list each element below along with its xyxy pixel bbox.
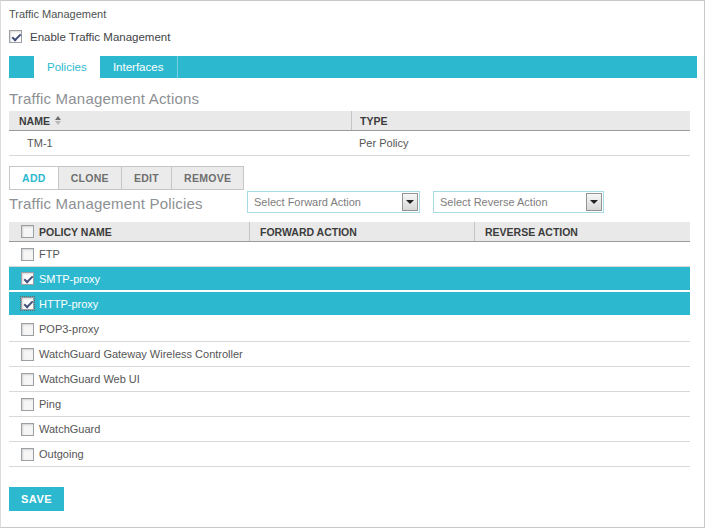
policy-reverse-action	[474, 317, 690, 341]
policy-reverse-action	[474, 417, 690, 441]
tab-bar: Policies Interfaces	[9, 56, 697, 78]
save-button[interactable]: SAVE	[9, 487, 64, 511]
actions-section-heading: Traffic Management Actions	[9, 90, 704, 107]
tab-interfaces[interactable]: Interfaces	[100, 56, 177, 78]
policy-reverse-action	[474, 267, 690, 290]
policy-name: HTTP-proxy	[39, 292, 249, 315]
policy-name: WatchGuard	[39, 417, 249, 441]
actions-header-name-label: NAME	[19, 115, 50, 127]
enable-traffic-management-checkbox[interactable]	[9, 30, 22, 43]
sort-ascending-icon	[55, 116, 61, 125]
policy-name: POP3-proxy	[39, 317, 249, 341]
forward-action-select-value: Select Forward Action	[248, 196, 402, 208]
policy-forward-action	[249, 417, 474, 441]
policy-row-ftp[interactable]: FTP	[9, 242, 690, 267]
chevron-down-icon	[406, 200, 414, 204]
policies-section-header-row: Traffic Management Policies Select Forwa…	[9, 191, 690, 215]
policy-row-watchguard[interactable]: WatchGuard	[9, 417, 690, 442]
policy-row-smtp-proxy[interactable]: SMTP-proxy	[9, 267, 690, 292]
row-checkbox[interactable]	[21, 248, 34, 261]
tab-policies[interactable]: Policies	[34, 56, 100, 82]
policy-name: Outgoing	[39, 442, 249, 466]
policy-reverse-action	[474, 367, 690, 391]
policies-table-header: POLICY NAME FORWARD ACTION REVERSE ACTIO…	[9, 222, 690, 242]
policy-reverse-action	[474, 242, 690, 266]
row-checkbox[interactable]	[21, 373, 34, 386]
policy-reverse-action	[474, 292, 690, 315]
reverse-action-dropdown-button[interactable]	[586, 193, 602, 211]
policies-header-reverse[interactable]: REVERSE ACTION	[474, 222, 690, 241]
reverse-action-select-value: Select Reverse Action	[434, 196, 586, 208]
row-checkbox[interactable]	[21, 297, 34, 310]
traffic-management-page: Traffic Management Enable Traffic Manage…	[0, 0, 705, 528]
select-all-cell	[9, 222, 39, 241]
actions-table: NAME TYPE TM-1 Per Policy	[9, 111, 690, 156]
policy-row-pop3-proxy[interactable]: POP3-proxy	[9, 317, 690, 342]
policy-row-wg-web-ui[interactable]: WatchGuard Web UI	[9, 367, 690, 392]
policy-forward-action	[249, 292, 474, 315]
policy-reverse-action	[474, 442, 690, 466]
policies-header-name[interactable]: POLICY NAME	[39, 222, 249, 241]
enable-traffic-management-row: Enable Traffic Management	[9, 30, 704, 43]
reverse-action-select[interactable]: Select Reverse Action	[433, 191, 604, 213]
policy-forward-action	[249, 442, 474, 466]
actions-header-name[interactable]: NAME	[9, 115, 351, 127]
policy-name: WatchGuard Web UI	[39, 367, 249, 391]
policy-reverse-action	[474, 342, 690, 366]
remove-button[interactable]: REMOVE	[171, 167, 243, 189]
policies-header-forward-label: FORWARD ACTION	[260, 226, 357, 238]
policy-forward-action	[249, 392, 474, 416]
forward-action-dropdown-button[interactable]	[402, 193, 418, 211]
forward-action-select[interactable]: Select Forward Action	[247, 191, 420, 213]
actions-header-type[interactable]: TYPE	[351, 111, 690, 130]
policy-row-wg-gateway-wireless-controller[interactable]: WatchGuard Gateway Wireless Controller	[9, 342, 690, 367]
policies-header-forward[interactable]: FORWARD ACTION	[249, 222, 474, 241]
policy-name: WatchGuard Gateway Wireless Controller	[39, 342, 249, 366]
policies-table: POLICY NAME FORWARD ACTION REVERSE ACTIO…	[9, 222, 690, 467]
policy-forward-action	[249, 367, 474, 391]
action-type-cell: Per Policy	[351, 131, 690, 155]
policy-name: SMTP-proxy	[39, 267, 249, 290]
tab-divider	[177, 56, 178, 78]
policy-name: FTP	[39, 242, 249, 266]
policies-header-reverse-label: REVERSE ACTION	[485, 226, 578, 238]
policy-row-outgoing[interactable]: Outgoing	[9, 442, 690, 467]
row-checkbox[interactable]	[21, 423, 34, 436]
action-name-cell: TM-1	[9, 137, 351, 149]
policy-reverse-action	[474, 392, 690, 416]
actions-table-header: NAME TYPE	[9, 111, 690, 131]
policy-forward-action	[249, 267, 474, 290]
page-title: Traffic Management	[9, 8, 704, 20]
row-checkbox[interactable]	[21, 323, 34, 336]
policy-name: Ping	[39, 392, 249, 416]
policy-row-http-proxy[interactable]: HTTP-proxy	[9, 292, 690, 317]
tab-bar-lead-spacer	[9, 56, 34, 78]
policy-forward-action	[249, 317, 474, 341]
row-checkbox[interactable]	[21, 448, 34, 461]
select-all-checkbox[interactable]	[21, 225, 34, 238]
policies-header-name-label: POLICY NAME	[39, 226, 112, 238]
policy-forward-action	[249, 242, 474, 266]
policies-section-heading: Traffic Management Policies	[9, 195, 203, 212]
edit-button[interactable]: EDIT	[121, 167, 171, 189]
row-checkbox[interactable]	[21, 348, 34, 361]
actions-table-row[interactable]: TM-1 Per Policy	[9, 131, 690, 156]
row-checkbox[interactable]	[21, 272, 34, 285]
policy-forward-action	[249, 342, 474, 366]
actions-button-group: ADD CLONE EDIT REMOVE	[9, 166, 244, 190]
clone-button[interactable]: CLONE	[58, 167, 121, 189]
row-checkbox[interactable]	[21, 398, 34, 411]
enable-traffic-management-label: Enable Traffic Management	[30, 31, 170, 43]
actions-header-type-label: TYPE	[360, 115, 387, 127]
add-button[interactable]: ADD	[10, 167, 58, 189]
chevron-down-icon	[590, 200, 598, 204]
policy-row-ping[interactable]: Ping	[9, 392, 690, 417]
